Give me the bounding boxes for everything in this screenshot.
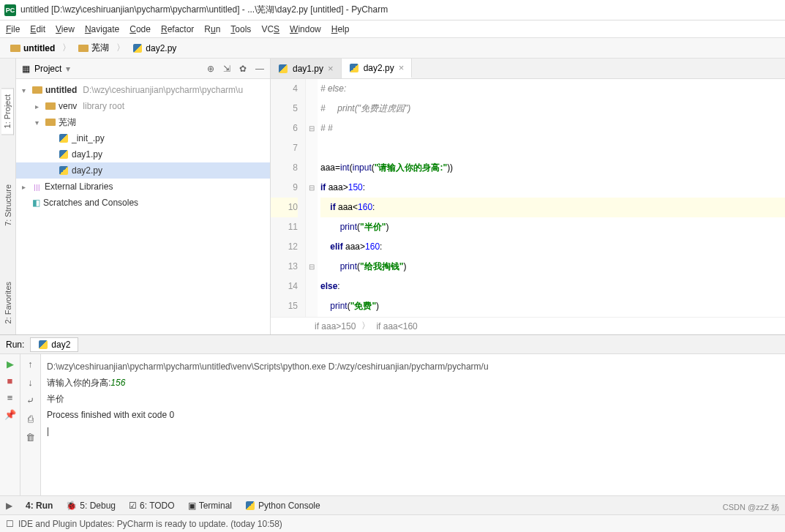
down-icon[interactable]: ↓: [28, 377, 33, 388]
folder-icon: [78, 45, 89, 52]
navigation-bar: untitled 〉 芜湖 〉 day2.py: [0, 38, 785, 59]
menu-refactor[interactable]: Refactor: [161, 24, 194, 34]
tab-day1[interactable]: day1.py ×: [271, 59, 342, 78]
expand-icon[interactable]: ▾: [35, 119, 42, 127]
close-icon[interactable]: ×: [328, 63, 334, 74]
status-message: IDE and Plugin Updates: PyCharm is ready…: [18, 519, 282, 529]
run-controls-primary: ▶ ■ ≡ 📌: [0, 354, 20, 495]
python-icon: [278, 64, 288, 74]
tab-day2[interactable]: day2.py ×: [342, 59, 413, 78]
menu-tools[interactable]: Tools: [230, 24, 251, 34]
hide-icon[interactable]: —: [255, 64, 264, 74]
tree-root[interactable]: ▾ untitled D:\wzy\ceshiruanjian\pycharm\…: [16, 82, 270, 98]
nav-root[interactable]: untitled: [6, 42, 59, 55]
expand-icon[interactable]: ▾: [22, 86, 29, 94]
titlebar: PC untitled [D:\wzy\ceshiruanjian\pychar…: [0, 0, 785, 20]
tree-scratches[interactable]: ◧ Scratches and Consoles: [16, 195, 270, 211]
menu-run[interactable]: Run: [204, 24, 220, 34]
menu-view[interactable]: View: [56, 24, 75, 34]
menu-code[interactable]: Code: [129, 24, 151, 34]
menubar: File Edit View Navigate Code Refactor Ru…: [0, 20, 785, 38]
project-panel: ▦ Project ▾ ⊕ ⇲ ✿ — ▾ untitled D:\wzy\ce…: [16, 59, 271, 334]
pin-icon[interactable]: 📌: [4, 409, 16, 420]
editor-area: day1.py × day2.py × 456789 101112131415 …: [271, 59, 785, 334]
tree-folder[interactable]: ▾ 芜湖: [16, 114, 270, 130]
python-icon: [245, 501, 255, 511]
notification-icon[interactable]: ☐: [6, 519, 14, 529]
target-icon[interactable]: ⊕: [207, 64, 214, 74]
menu-edit[interactable]: Edit: [30, 24, 45, 34]
main-area: 1: Project 7: Structure 2: Favorites ▦ P…: [0, 59, 785, 334]
nav-folder[interactable]: 芜湖: [74, 40, 113, 56]
gear-icon[interactable]: ✿: [239, 64, 247, 74]
run-controls-secondary: ↑ ↓ ⤶ ⎙ 🗑: [20, 354, 41, 495]
console-command: D:\wzy\ceshiruanjian\pycharm\pycharm\unt…: [47, 359, 779, 375]
chevron-right-icon: 〉: [116, 42, 125, 54]
python-icon: [132, 43, 143, 53]
tree-file-day2[interactable]: day2.py: [16, 162, 270, 179]
attach-icon[interactable]: ≡: [7, 392, 13, 403]
folder-icon: [32, 86, 42, 94]
bottom-tab-debug[interactable]: 🐞5: Debug: [66, 501, 116, 511]
close-icon[interactable]: ×: [399, 62, 405, 73]
tree-file-day1[interactable]: day1.py: [16, 146, 270, 162]
bottom-tab-python-console[interactable]: Python Console: [245, 501, 320, 511]
project-panel-header: ▦ Project ▾ ⊕ ⇲ ✿ —: [16, 59, 270, 79]
tree-external-libraries[interactable]: ▸ ⫼ External Libraries: [16, 179, 270, 195]
breadcrumb-item[interactable]: if aaa>150: [315, 321, 356, 331]
menu-navigate[interactable]: Navigate: [85, 24, 119, 34]
bottom-tab-run[interactable]: 4: Run: [26, 501, 53, 511]
run-body: ▶ ■ ≡ 📌 ↑ ↓ ⤶ ⎙ 🗑 D:\wzy\ceshiruanjian\p…: [0, 354, 785, 495]
tree-file-init[interactable]: _init_.py: [16, 130, 270, 146]
editor-tabs: day1.py × day2.py ×: [271, 59, 785, 79]
expand-icon[interactable]: ▸: [22, 183, 29, 191]
folder-icon: [45, 102, 56, 110]
sidetab-project[interactable]: 1: Project: [1, 88, 14, 135]
bottom-tool-tabs: ▶ 4: Run 🐞5: Debug ☑6: TODO ▣Terminal Py…: [0, 495, 785, 514]
up-icon[interactable]: ↑: [28, 359, 33, 370]
statusbar: ☐ IDE and Plugin Updates: PyCharm is rea…: [0, 514, 785, 532]
breadcrumb-item[interactable]: if aaa<160: [376, 321, 417, 331]
sidetab-favorites[interactable]: 2: Favorites: [2, 276, 14, 329]
nav-file[interactable]: day2.py: [128, 42, 181, 55]
menu-file[interactable]: File: [6, 24, 20, 34]
trash-icon[interactable]: 🗑: [26, 432, 35, 443]
chevron-right-icon: 〉: [361, 320, 370, 332]
menu-window[interactable]: Window: [290, 24, 321, 34]
expand-icon[interactable]: ▸: [35, 102, 42, 110]
python-icon: [59, 133, 69, 143]
chevron-right-icon: 〉: [62, 42, 71, 54]
code-content[interactable]: # else: # print("免费进虎园") # # aaa=int(inp…: [318, 79, 785, 317]
python-icon: [59, 165, 69, 176]
collapse-icon[interactable]: ⇲: [223, 64, 230, 74]
dropdown-icon[interactable]: ▾: [66, 64, 70, 74]
run-header: Run: day2: [0, 335, 785, 354]
expand-icon[interactable]: ▶: [6, 501, 12, 511]
bottom-tab-terminal[interactable]: ▣Terminal: [188, 501, 232, 511]
line-gutter: 456789 101112131415: [271, 79, 306, 317]
console-output[interactable]: D:\wzy\ceshiruanjian\pycharm\pycharm\unt…: [41, 354, 785, 495]
menu-vcs[interactable]: VCS: [261, 24, 279, 34]
scratches-icon: ◧: [32, 198, 40, 208]
wrap-icon[interactable]: ⤶: [26, 395, 34, 406]
project-icon: ▦: [22, 64, 30, 74]
tree-venv[interactable]: ▸ venv library root: [16, 98, 270, 114]
rerun-icon[interactable]: ▶: [7, 359, 14, 370]
stop-icon[interactable]: ■: [7, 375, 13, 386]
left-tool-strip: 1: Project 7: Structure 2: Favorites: [0, 59, 16, 334]
library-icon: ⫼: [32, 181, 42, 192]
sidetab-structure[interactable]: 7: Structure: [2, 179, 14, 232]
menu-help[interactable]: Help: [331, 24, 350, 34]
folder-icon: [10, 45, 20, 52]
editor-body[interactable]: 456789 101112131415 ⊟⊟⊟ # else: # print(…: [271, 79, 785, 317]
run-tab[interactable]: day2: [30, 337, 78, 352]
print-icon[interactable]: ⎙: [28, 413, 34, 424]
run-panel: Run: day2 ▶ ■ ≡ 📌 ↑ ↓ ⤶ ⎙ 🗑 D:\wzy\ceshi…: [0, 334, 785, 495]
pycharm-icon: PC: [4, 4, 16, 16]
python-icon: [38, 340, 48, 350]
bottom-tab-todo[interactable]: ☑6: TODO: [129, 501, 175, 511]
fold-gutter: ⊟⊟⊟: [306, 79, 318, 317]
project-tree: ▾ untitled D:\wzy\ceshiruanjian\pycharm\…: [16, 79, 270, 214]
folder-icon: [45, 119, 56, 126]
project-title[interactable]: Project: [34, 64, 61, 74]
